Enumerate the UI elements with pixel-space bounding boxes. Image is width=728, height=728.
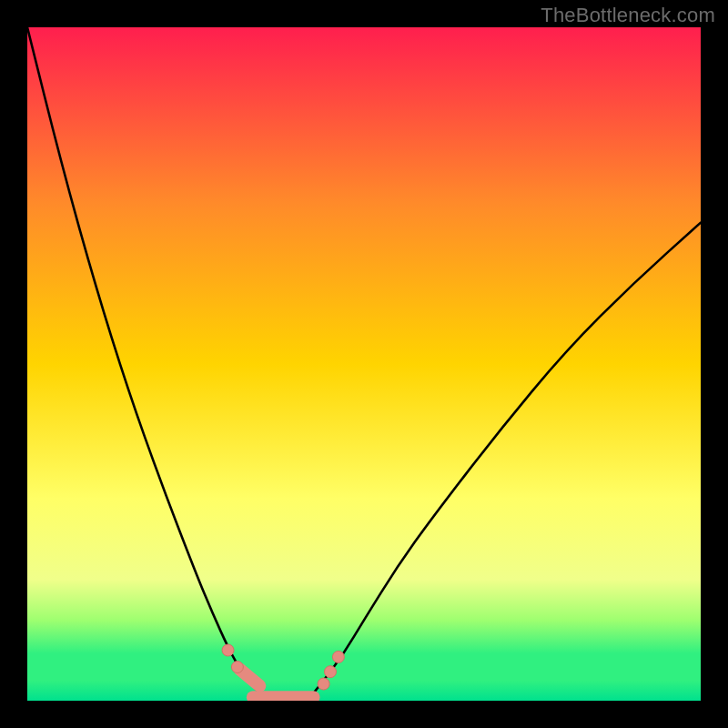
watermark-text: TheBottleneck.com xyxy=(541,4,715,27)
left-stub-bar xyxy=(239,669,259,686)
right-dot-upper xyxy=(332,651,344,662)
curve-right-branch xyxy=(310,223,701,698)
left-dot-upper xyxy=(222,644,234,656)
chart-frame: TheBottleneck.com xyxy=(0,0,728,728)
chart-curves xyxy=(27,27,701,701)
right-dot-mid xyxy=(325,666,337,678)
curve-left-branch xyxy=(27,27,269,697)
plot-area xyxy=(27,27,701,701)
right-dot-lower xyxy=(318,678,329,690)
left-dot-lower xyxy=(231,662,243,673)
